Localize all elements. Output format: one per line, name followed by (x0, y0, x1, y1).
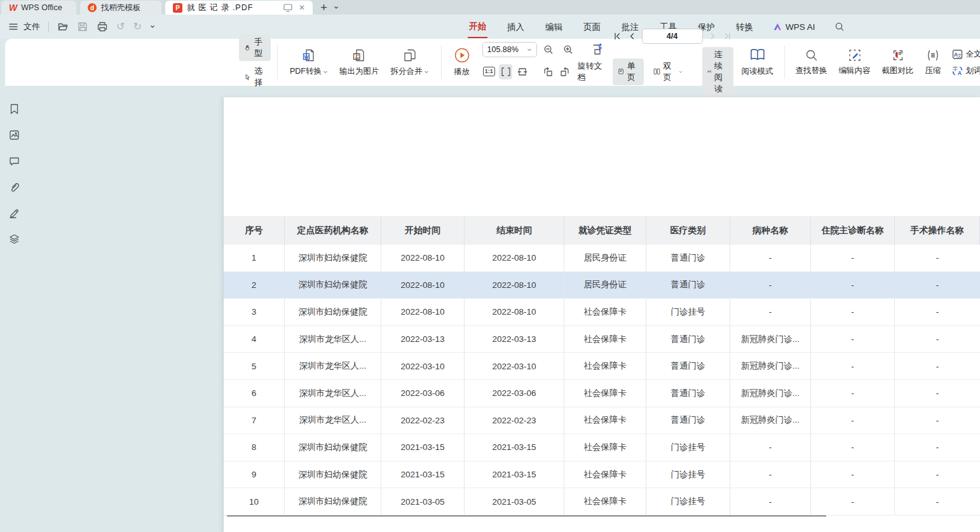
screenshot-compare-label: 截图对比 (882, 65, 914, 76)
cell: 新冠肺炎门诊... (730, 353, 811, 379)
zoom-in-button[interactable] (560, 42, 576, 57)
tab-list-chevron-icon[interactable] (334, 5, 339, 10)
tab-docer-templates[interactable]: d 找稻壳模板 (80, 1, 161, 15)
select-tool-button[interactable]: 选择 (239, 64, 271, 90)
pdf-convert-chevron-icon (323, 69, 328, 74)
cell: - (811, 380, 895, 407)
select-tool-label: 选择 (254, 65, 266, 88)
pdf-convert-button[interactable]: W PDF转换 (284, 43, 334, 81)
last-page-button[interactable] (723, 32, 732, 41)
read-mode-button[interactable]: 阅读模式 (736, 43, 779, 81)
cell: 2021-03-15 (465, 461, 564, 488)
double-page-button[interactable]: 双页 (648, 58, 688, 85)
page-number-input[interactable]: 4/4 (642, 29, 703, 44)
menu-tab-edit[interactable]: 编辑 (544, 16, 564, 38)
layers-icon[interactable] (8, 233, 20, 245)
actual-size-button[interactable]: 1:1 (482, 64, 496, 79)
quickbar-chevron-icon[interactable] (150, 24, 155, 29)
replace-page-button[interactable] (589, 42, 605, 57)
cell: 2022-03-06 (381, 380, 465, 407)
menu-search-icon[interactable] (834, 21, 845, 32)
cell: - (811, 245, 895, 271)
header-cell: 手术操作名称 (895, 216, 980, 245)
screenshot-compare-button[interactable]: 截图对比 (876, 43, 920, 81)
hamburger-menu-icon[interactable] (8, 21, 19, 32)
continuous-read-label: 连续阅读 (714, 49, 728, 95)
compress-label: 压缩 (925, 65, 941, 76)
signature-icon[interactable] (8, 207, 20, 219)
play-button[interactable]: 播放 (448, 43, 476, 81)
rotate-right-button[interactable] (558, 64, 571, 79)
cell: - (730, 434, 811, 461)
cell: 2022-02-23 (381, 407, 465, 434)
cell: - (895, 461, 980, 488)
cell: 居民身份证 (564, 272, 646, 299)
undo-icon[interactable]: ↺ (116, 22, 125, 32)
cell: 深圳市妇幼保健院 (285, 245, 381, 271)
print-icon[interactable] (97, 21, 108, 32)
menu-tab-convert[interactable]: 转换 (735, 16, 754, 38)
edit-content-button[interactable]: 编辑内容 (833, 43, 876, 81)
tab-document-active[interactable]: P 就 医 记 录 .PDF ✕ (165, 1, 313, 15)
new-tab-button[interactable]: + (320, 1, 327, 13)
table-row: 3深圳市妇幼保健院2022-08-102022-08-10社会保障卡门诊挂号--… (224, 299, 980, 326)
cell: - (895, 407, 980, 434)
full-translate-button[interactable]: A文 全文翻译 (952, 49, 980, 60)
cell: 2022-03-13 (465, 326, 564, 353)
word-translate-button[interactable]: 字A 划词翻译 (952, 65, 980, 76)
continuous-read-button[interactable]: 连续阅读 (702, 47, 733, 97)
file-menu-button[interactable]: 文件 (24, 21, 40, 32)
rotate-doc-label[interactable]: 旋转文档 (578, 60, 605, 83)
fit-page-button[interactable] (515, 64, 529, 79)
thumbnails-icon[interactable] (8, 128, 20, 141)
medical-records-table: 序号 定点医药机构名称 开始时间 结束时间 就诊凭证类型 医疗类别 病种名称 住… (224, 216, 980, 515)
menu-bar: 文件 ↺ ↻ 开始 插入 编辑 页面 批注 工具 保护 转换 WPS AI (0, 15, 980, 39)
zoom-out-button[interactable] (540, 42, 557, 57)
tab-close-icon[interactable]: ✕ (299, 3, 305, 12)
prev-page-button[interactable] (627, 32, 636, 41)
hand-tool-button[interactable]: 手型 (239, 34, 271, 61)
find-replace-button[interactable]: 查找替换 (790, 43, 833, 81)
edit-content-label: 编辑内容 (839, 65, 871, 76)
cell: - (811, 353, 895, 379)
pdf-page[interactable]: 序号 定点医药机构名称 开始时间 结束时间 就诊凭证类型 医疗类别 病种名称 住… (224, 97, 980, 532)
svg-text:W: W (304, 54, 309, 60)
double-page-chevron-icon (679, 69, 683, 74)
fit-width-button[interactable] (499, 64, 512, 79)
comments-icon[interactable] (8, 154, 20, 167)
split-merge-button[interactable]: 拆分合并 (385, 43, 435, 81)
save-icon[interactable] (77, 21, 88, 32)
cell: - (811, 407, 895, 434)
first-page-button[interactable] (613, 32, 622, 41)
compress-button[interactable]: 压缩 (920, 43, 947, 81)
table-row: 6深圳市龙华区人...2022-03-062022-03-06社会保障卡普通门诊… (224, 380, 980, 407)
menu-tab-wps-ai[interactable]: WPS AI (773, 22, 815, 32)
hand-icon (244, 43, 251, 53)
table-bottom-border (227, 515, 826, 517)
redo-icon[interactable]: ↻ (133, 22, 141, 32)
cell: 深圳市妇幼保健院 (285, 299, 381, 325)
menu-tab-page[interactable]: 页面 (582, 16, 602, 38)
next-page-button[interactable] (709, 32, 718, 41)
cell: 6 (224, 380, 285, 407)
cell: 2022-08-10 (465, 272, 564, 299)
cell: 2022-08-10 (381, 272, 465, 299)
single-page-button[interactable]: 单页 (613, 58, 644, 85)
pdf-convert-icon: W (301, 48, 316, 63)
bookmarks-icon[interactable] (8, 102, 20, 115)
menu-tab-home[interactable]: 开始 (468, 15, 487, 38)
single-page-icon (618, 67, 624, 76)
attachments-icon[interactable] (8, 181, 20, 193)
rotate-left-button[interactable] (541, 64, 555, 79)
open-file-icon[interactable] (57, 21, 69, 32)
cell: - (811, 299, 895, 325)
menu-tab-insert[interactable]: 插入 (506, 16, 526, 38)
cell: - (811, 461, 895, 488)
zoom-level-select[interactable]: 105.88% (482, 42, 537, 57)
table-row-highlighted: 2深圳市妇幼保健院2022-08-102022-08-10居民身份证普通门诊--… (224, 272, 980, 299)
cell: 社会保障卡 (564, 407, 646, 434)
export-image-button[interactable]: 输出为图片 (334, 43, 385, 81)
tab-wps-office[interactable]: W WPS Office (1, 1, 76, 15)
monitor-share-icon[interactable] (282, 2, 294, 13)
zoom-select-chevron-icon (527, 47, 532, 52)
